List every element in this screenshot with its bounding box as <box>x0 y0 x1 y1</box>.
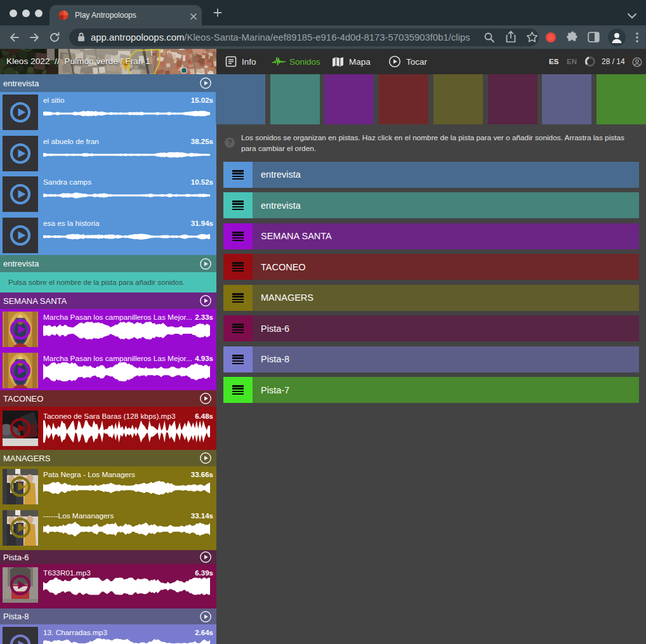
svg-text:?: ? <box>227 138 232 147</box>
